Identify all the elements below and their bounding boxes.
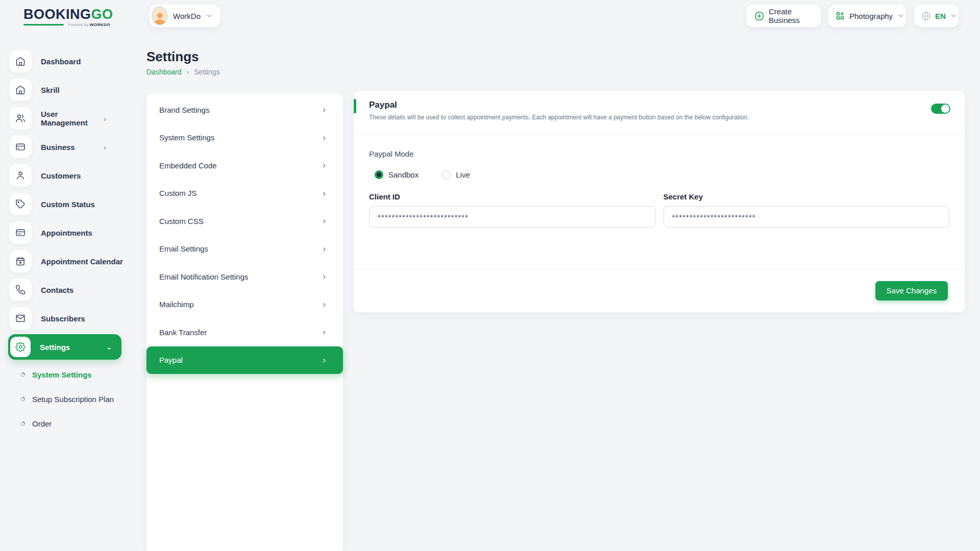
- menu-item-embedded-code[interactable]: Embedded Code ›: [146, 152, 343, 180]
- paypal-mode-options: Sandbox Live: [369, 170, 949, 179]
- user-icon: [9, 164, 32, 187]
- sidebar-item-custom-status[interactable]: Custom Status: [0, 190, 127, 218]
- sidebar-item-settings[interactable]: Settings ⌄: [8, 334, 121, 360]
- chevron-right-icon: ›: [323, 188, 326, 198]
- sidebar-item-dashboard[interactable]: Dashboard: [0, 47, 127, 76]
- workspace-name: WorkDo: [173, 12, 201, 20]
- subnav-item-order[interactable]: Order: [0, 411, 127, 436]
- menu-item-custom-js[interactable]: Custom JS ›: [146, 180, 343, 208]
- tag-icon: [9, 193, 32, 215]
- paypal-panel-body: Paypal Mode Sandbox Live Client ID Secre…: [354, 135, 965, 269]
- credit-card-icon: [9, 136, 32, 158]
- chevron-right-icon: ›: [323, 244, 326, 254]
- language-dropdown[interactable]: EN: [915, 5, 959, 27]
- page-title: Settings: [146, 49, 199, 65]
- subnav-item-system-settings[interactable]: System Settings: [0, 362, 127, 387]
- chevron-down-icon: [206, 12, 213, 19]
- breadcrumb-separator: ›: [187, 68, 189, 76]
- sidebar-item-skrill[interactable]: Skrill: [0, 76, 127, 104]
- secret-key-input[interactable]: [664, 206, 950, 228]
- workspace-avatar: [152, 6, 168, 26]
- sidebar-item-subscribers[interactable]: Subscribers: [0, 304, 127, 333]
- credit-card-icon: [9, 221, 32, 244]
- bullet-icon: [19, 396, 26, 403]
- breadcrumb-dashboard-link[interactable]: Dashboard: [146, 68, 182, 76]
- paypal-panel-title: Paypal: [369, 99, 950, 110]
- sidebar-item-business[interactable]: Business ›: [0, 133, 127, 161]
- chevron-right-icon: ›: [323, 299, 326, 310]
- gear-icon: [10, 337, 31, 357]
- bullet-icon: [19, 371, 26, 378]
- chevron-right-icon: ›: [104, 143, 106, 152]
- secret-key-field-group: Secret Key: [664, 192, 950, 228]
- paypal-panel-description: These details will be used to collect ap…: [369, 114, 950, 121]
- subnav-item-setup-subscription-plan[interactable]: Setup Subscription Plan: [0, 387, 127, 411]
- sidebar-item-user-management[interactable]: User Management ›: [0, 104, 127, 133]
- chevron-right-icon: ›: [323, 271, 326, 282]
- menu-item-paypal[interactable]: Paypal ›: [146, 346, 343, 374]
- client-id-label: Client ID: [369, 192, 655, 201]
- chevron-down-icon: [897, 12, 904, 19]
- chevron-right-icon: ›: [323, 133, 326, 143]
- topbar: BOOKINGGO Powered By WORKDO WorkDo Creat…: [0, 0, 980, 32]
- paypal-credentials: Client ID Secret Key: [369, 192, 949, 228]
- plus-circle-icon: [754, 11, 764, 21]
- settings-menu-card: Brand Settings › System Settings › Embed…: [146, 93, 343, 551]
- sidebar-item-appointments[interactable]: Appointments: [0, 218, 127, 247]
- chevron-right-icon: ›: [323, 327, 326, 337]
- chevron-right-icon: ›: [104, 114, 106, 123]
- chevron-right-icon: ›: [323, 216, 326, 226]
- secret-key-label: Secret Key: [664, 192, 950, 201]
- brand-underline: [23, 24, 64, 26]
- panel-accent-bar: [354, 99, 356, 113]
- toggle-knob: [941, 105, 949, 113]
- radio-live[interactable]: Live: [442, 170, 470, 179]
- paypal-panel-header: Paypal These details will be used to col…: [354, 91, 965, 135]
- brand-powered-by: Powered By WORKDO: [68, 22, 110, 27]
- radio-unchecked-icon: [442, 170, 451, 179]
- chevron-down-icon: [950, 12, 957, 19]
- save-changes-button[interactable]: Save Changes: [875, 281, 948, 300]
- home-icon: [9, 79, 32, 101]
- home-icon: [9, 50, 32, 72]
- radio-sandbox[interactable]: Sandbox: [375, 170, 419, 179]
- bullet-icon: [19, 420, 26, 427]
- category-grid-icon: [836, 11, 845, 20]
- users-icon: [9, 107, 32, 130]
- menu-item-system-settings[interactable]: System Settings ›: [146, 124, 343, 152]
- client-id-input[interactable]: [369, 206, 655, 228]
- chevron-right-icon: ›: [323, 160, 326, 170]
- app-root: BOOKINGGO Powered By WORKDO WorkDo Creat…: [0, 0, 980, 551]
- menu-item-custom-css[interactable]: Custom CSS ›: [146, 207, 343, 235]
- radio-checked-icon: [375, 170, 383, 179]
- chevron-right-icon: ›: [323, 105, 326, 115]
- sidebar-item-customers[interactable]: Customers: [0, 161, 127, 190]
- phone-icon: [9, 279, 32, 301]
- brand-logo-sub: Powered By WORKDO: [23, 22, 110, 27]
- workspace-switcher[interactable]: WorkDo: [150, 5, 220, 27]
- calendar-icon: [9, 250, 32, 272]
- paypal-mode-label: Paypal Mode: [369, 149, 949, 158]
- breadcrumb-current: Settings: [194, 68, 220, 76]
- brand-name-primary: BOOKING: [23, 7, 91, 22]
- language-label: EN: [935, 12, 946, 20]
- menu-item-mailchimp[interactable]: Mailchimp ›: [146, 291, 343, 319]
- brand-logo: BOOKINGGO Powered By WORKDO: [23, 7, 110, 27]
- client-id-field-group: Client ID: [369, 192, 655, 228]
- brand-logo-text: BOOKINGGO: [23, 7, 110, 21]
- menu-item-bank-transfer[interactable]: Bank Transfer ›: [146, 318, 343, 346]
- globe-icon: [921, 11, 931, 21]
- business-type-dropdown[interactable]: Photography: [828, 5, 906, 27]
- paypal-panel: Paypal These details will be used to col…: [354, 91, 965, 312]
- chevron-right-icon: ›: [323, 355, 326, 365]
- paypal-panel-footer: Save Changes: [354, 269, 965, 312]
- menu-item-email-settings[interactable]: Email Settings ›: [146, 235, 343, 263]
- brand-name-accent: GO: [91, 7, 113, 22]
- sidebar-item-contacts[interactable]: Contacts: [0, 276, 127, 304]
- menu-item-brand-settings[interactable]: Brand Settings ›: [146, 96, 343, 124]
- menu-item-email-notification-settings[interactable]: Email Notification Settings ›: [146, 263, 343, 291]
- sidebar-item-appointment-calendar[interactable]: Appointment Calendar: [0, 247, 127, 276]
- create-business-button[interactable]: Create Business: [746, 5, 821, 27]
- paypal-enabled-toggle[interactable]: [931, 104, 950, 114]
- sidebar: Dashboard Skrill User Management › Busin…: [0, 32, 127, 551]
